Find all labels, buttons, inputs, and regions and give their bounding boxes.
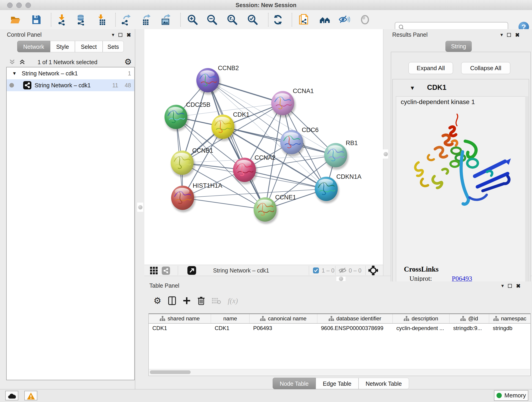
tab-network-table[interactable]: Network Table — [359, 378, 409, 389]
tab-string[interactable]: String — [445, 41, 472, 52]
splitter-handle[interactable] — [137, 203, 143, 212]
save-session-icon[interactable] — [31, 14, 42, 26]
cloud-icon — [8, 393, 16, 399]
column-header-shared-name[interactable]: shared name — [149, 314, 211, 323]
column-header-namespace[interactable]: namespac — [489, 314, 530, 323]
splitter-handle[interactable] — [336, 277, 346, 281]
table-settings-gear-icon[interactable]: ⚙ — [153, 296, 161, 306]
shared-column-icon — [404, 316, 409, 321]
zoom-out-icon[interactable] — [206, 14, 218, 26]
network-node-CDC25B[interactable]: CDC25B — [165, 101, 210, 131]
table-row[interactable]: CDK1 CDK1 P06493 9606.ENSP00000378699 cy… — [149, 324, 530, 333]
panel-menu-icon[interactable]: ▾ — [501, 283, 504, 289]
export-image-icon[interactable] — [160, 14, 172, 26]
export-table-icon[interactable] — [140, 14, 152, 26]
network-node-RB1[interactable]: RB1 — [324, 140, 358, 170]
splitter-handle[interactable] — [383, 149, 388, 159]
zoom-in-icon[interactable] — [187, 14, 198, 26]
collapse-triangle-icon[interactable]: ▼ — [410, 85, 415, 91]
center-network-icon[interactable] — [368, 266, 378, 275]
home-pages-icon[interactable] — [319, 14, 331, 26]
open-session-icon[interactable] — [10, 14, 21, 26]
network-selection-bar: 1 of 1 Network selected ⚙ — [0, 56, 135, 69]
node-section-header[interactable]: ▼ CDK1 — [393, 79, 529, 96]
network-node-CDC6[interactable]: CDC6 — [280, 127, 319, 157]
document-network-icon[interactable] — [298, 14, 310, 26]
cloud-status-button[interactable] — [5, 391, 18, 400]
tab-sets[interactable]: Sets — [103, 41, 124, 52]
network-node-CCNB2[interactable]: CCNB2 — [196, 65, 239, 95]
zoom-fit-icon[interactable] — [226, 14, 238, 26]
column-header-description[interactable]: description — [393, 314, 450, 323]
panel-close-icon[interactable]: ✖ — [516, 284, 520, 288]
network-collection-row[interactable]: ▼ String Network – cdk1 1 — [7, 67, 134, 79]
column-header-name[interactable]: name — [211, 314, 249, 323]
hide-labels-icon[interactable] — [339, 14, 350, 26]
network-canvas[interactable]: CCNB2CCNA1CDC25BCDK1CDC6RB1CCNB1CCNA2CDK… — [144, 29, 383, 265]
show-graphics-icon[interactable] — [359, 14, 371, 26]
network-options-gear-icon[interactable]: ⚙ — [124, 57, 132, 67]
selected-checkbox-icon[interactable] — [313, 268, 319, 274]
export-network-icon[interactable] — [120, 14, 132, 26]
tab-select[interactable]: Select — [75, 41, 103, 52]
network-node-CCNA1[interactable]: CCNA1 — [271, 88, 314, 118]
node-label: CCNA2 — [254, 154, 276, 161]
cell-name[interactable]: CDK1 — [211, 324, 249, 333]
shared-column-icon — [493, 316, 499, 321]
column-header-canonical-name[interactable]: canonical name — [249, 314, 317, 323]
status-bar: Memory — [0, 389, 532, 402]
zoom-selected-icon[interactable] — [247, 14, 258, 26]
panel-close-icon[interactable]: ✖ — [127, 33, 131, 37]
network-node-CCNB1[interactable]: CCNB1 — [171, 147, 213, 177]
network-node-HIST1H1A[interactable]: HIST1H1A — [171, 182, 222, 212]
panel-close-icon[interactable]: ✖ — [515, 33, 520, 37]
collapse-all-button[interactable]: Collapse All — [461, 62, 510, 74]
import-network-icon[interactable] — [56, 14, 68, 26]
network-selected-status: 1 of 1 Network selected — [0, 59, 135, 65]
cell-id[interactable]: stringdb:9... — [450, 324, 489, 333]
column-header-database-identifier[interactable]: database identifier — [317, 314, 393, 323]
refresh-icon[interactable] — [272, 14, 284, 26]
vertical-splitter-right[interactable] — [383, 29, 389, 276]
collapse-triangle-icon[interactable]: ▼ — [12, 71, 17, 76]
cell-namespace[interactable]: stringdb — [489, 324, 530, 333]
tab-style[interactable]: Style — [50, 41, 75, 52]
panel-float-icon[interactable] — [508, 284, 512, 288]
tab-network[interactable]: Network — [17, 41, 50, 52]
delete-column-trash-icon[interactable] — [197, 296, 205, 305]
add-column-icon[interactable] — [183, 297, 191, 305]
birds-eye-view-icon[interactable] — [162, 267, 170, 275]
scrollbar-thumb[interactable] — [150, 370, 191, 374]
shared-column-icon — [460, 316, 466, 321]
panel-float-icon[interactable] — [507, 33, 511, 37]
results-scrollbar[interactable] — [525, 96, 528, 291]
network-node-CDKN1A[interactable]: CDKN1A — [315, 173, 361, 203]
shared-column-icon — [329, 316, 334, 321]
vertical-splitter-left[interactable] — [135, 29, 145, 389]
warnings-button[interactable] — [24, 391, 37, 400]
open-in-window-icon[interactable] — [187, 266, 196, 275]
column-header-id[interactable]: @id — [450, 314, 489, 323]
cell-shared-name[interactable]: CDK1 — [149, 324, 211, 333]
show-columns-icon[interactable] — [168, 296, 176, 305]
expand-all-button[interactable]: Expand All — [409, 62, 453, 74]
tab-edge-table[interactable]: Edge Table — [316, 378, 359, 389]
results-panel: Results Panel ▾ ✖ String Expand All Coll… — [388, 29, 532, 276]
network-row-selected[interactable]: String Network – cdk1 11 48 — [7, 79, 134, 91]
cell-database-identifier[interactable]: 9606.ENSP00000378699 — [317, 324, 393, 333]
node-title: CDK1 — [427, 83, 446, 92]
cell-canonical-name[interactable]: P06493 — [249, 324, 317, 333]
memory-button[interactable]: Memory — [494, 390, 528, 401]
tab-node-table[interactable]: Node Table — [273, 378, 316, 389]
import-table-icon[interactable] — [96, 14, 108, 26]
panel-menu-icon[interactable]: ▾ — [112, 32, 114, 38]
panel-float-icon[interactable] — [119, 33, 122, 37]
node-label: CCNB1 — [192, 147, 213, 154]
network-view-title: String Network – cdk1 — [213, 267, 269, 274]
toolbar-separator — [180, 13, 181, 27]
panel-menu-icon[interactable]: ▾ — [500, 32, 503, 38]
cell-description[interactable]: cyclin-dependent ... — [393, 324, 450, 333]
grid-view-icon[interactable] — [150, 267, 158, 275]
table-horizontal-scrollbar[interactable] — [149, 369, 530, 375]
import-network-from-database-icon[interactable] — [76, 14, 87, 26]
